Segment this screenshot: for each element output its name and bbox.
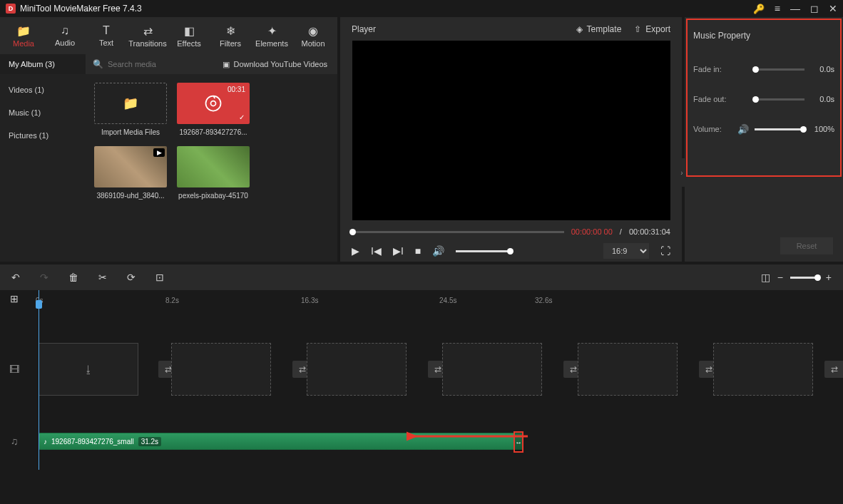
video-slot-1[interactable]: ⭳ xyxy=(39,343,138,396)
app-title: MiniTool MovieMaker Free 7.4.3 xyxy=(20,4,753,14)
key-icon[interactable]: 🔑 xyxy=(753,4,765,14)
seek-slider[interactable] xyxy=(352,231,564,233)
tab-elements[interactable]: ✦Elements xyxy=(251,17,292,54)
time-total: 00:00:31:04 xyxy=(629,227,670,236)
folder-icon: 📁 xyxy=(16,24,31,38)
property-panel-title: Music Property xyxy=(685,17,843,54)
download-icon: ⭳ xyxy=(83,364,93,375)
next-frame-button[interactable]: ▶I xyxy=(393,245,404,257)
collapse-panel-button[interactable]: › xyxy=(679,158,685,187)
aspect-ratio-select[interactable]: 16:9 xyxy=(603,243,649,259)
fadeout-label: Fade out: xyxy=(693,95,732,103)
audio-clip[interactable]: ♪ 192687-893427276_small 31.2s ↔ xyxy=(39,433,523,450)
sidebar-item-pictures[interactable]: Pictures (1) xyxy=(0,124,86,147)
video-track-icon: 🎞 xyxy=(0,364,29,375)
delete-button[interactable]: 🗑 xyxy=(68,272,78,283)
volume-icon[interactable]: 🔊 xyxy=(432,245,444,257)
playhead[interactable] xyxy=(39,290,39,470)
video-slot-3[interactable] xyxy=(307,343,407,396)
track-spacer xyxy=(0,398,843,420)
time-current: 00:00:00 00 xyxy=(571,227,613,236)
album-tab[interactable]: My Album (3) xyxy=(0,54,86,74)
tab-filters[interactable]: ❄Filters xyxy=(210,17,251,54)
tab-audio[interactable]: ♫Audio xyxy=(44,17,86,54)
search-box[interactable]: 🔍 xyxy=(86,59,223,69)
template-icon: ◈ xyxy=(576,24,583,34)
media-sidebar: Videos (1) Music (1) Pictures (1) xyxy=(0,74,86,262)
template-button[interactable]: ◈Template xyxy=(576,24,622,34)
maximize-icon[interactable]: ◻ xyxy=(810,3,819,14)
tab-media[interactable]: 📁Media xyxy=(3,17,44,54)
media-item-video[interactable]: ▶ 3869109-uhd_3840... xyxy=(94,146,167,200)
search-input[interactable] xyxy=(108,60,206,68)
fadein-value: 0.0s xyxy=(810,65,834,73)
undo-button[interactable]: ↶ xyxy=(11,272,20,283)
export-button[interactable]: ⇧Export xyxy=(634,24,670,34)
fadein-slider[interactable] xyxy=(755,68,804,71)
volume-prop-slider[interactable] xyxy=(755,128,804,130)
main-toolbar: 📁Media ♫Audio TText ⇄Transitions ◧Effect… xyxy=(0,17,337,54)
speed-button[interactable]: ⟳ xyxy=(127,272,136,283)
play-button[interactable]: ▶ xyxy=(352,245,359,257)
redo-button[interactable]: ↷ xyxy=(40,272,48,283)
camera-icon: ▶ xyxy=(153,148,165,157)
tab-motion[interactable]: ◉Motion xyxy=(292,17,334,54)
speaker-icon[interactable]: 🔊 xyxy=(737,124,749,135)
timeline-mode-icon[interactable]: ◫ xyxy=(761,272,770,283)
stop-button[interactable]: ■ xyxy=(415,245,421,257)
tab-transitions[interactable]: ⇄Transitions xyxy=(127,17,168,54)
tab-effects[interactable]: ◧Effects xyxy=(168,17,210,54)
zoom-slider[interactable] xyxy=(790,277,819,279)
music-disc-icon xyxy=(203,93,223,113)
zoom-out-button[interactable]: − xyxy=(777,272,783,283)
media-item-audio[interactable]: 00:31 ✓ 192687-893427276... xyxy=(177,83,250,136)
video-slot-4[interactable] xyxy=(442,343,542,396)
svg-point-1 xyxy=(211,101,216,106)
close-icon[interactable]: ✕ xyxy=(829,3,837,14)
youtube-icon: ▣ xyxy=(223,60,230,69)
svg-point-0 xyxy=(206,96,221,111)
add-track-button[interactable]: ⊞ xyxy=(10,293,19,304)
music-note-icon: ♫ xyxy=(61,24,69,37)
audio-clip-duration: 31.2s xyxy=(138,437,161,446)
media-item-image[interactable]: pexels-pixabay-45170 xyxy=(177,146,250,200)
timeline-ruler[interactable]: ⊞ 0s 8.2s 16.3s 24.5s 32.6s xyxy=(0,290,843,310)
reset-button[interactable]: Reset xyxy=(780,237,833,254)
minimize-icon[interactable]: — xyxy=(790,3,800,14)
transition-icon: ⇄ xyxy=(143,24,153,38)
timeline-toolbar: ↶ ↷ 🗑 ✂ ⟳ ⊡ ◫ − + xyxy=(0,264,843,290)
volume-value: 100% xyxy=(810,125,834,133)
zoom-in-button[interactable]: + xyxy=(826,272,832,283)
split-button[interactable]: ✂ xyxy=(98,272,107,283)
clip-trim-handle[interactable]: ↔ xyxy=(514,431,523,453)
fullscreen-button[interactable]: ⛶ xyxy=(660,245,670,257)
check-icon: ✓ xyxy=(236,112,247,122)
timeline: ⊞ 0s 8.2s 16.3s 24.5s 32.6s 🎞 ⭳ ⇄ ⇄ ⇄ ⇄ … xyxy=(0,290,843,470)
prev-frame-button[interactable]: I◀ xyxy=(371,245,382,257)
sidebar-item-videos[interactable]: Videos (1) xyxy=(0,78,86,101)
track-row-video: 🎞 ⭳ ⇄ ⇄ ⇄ ⇄ ⇄ ⇄ xyxy=(0,340,843,398)
text-icon: T xyxy=(103,24,110,37)
app-logo-icon: D xyxy=(6,4,16,14)
track-row-audio: ♫ ♪ 192687-893427276_small 31.2s ↔ xyxy=(0,420,843,463)
search-icon: 🔍 xyxy=(93,59,103,69)
video-preview[interactable] xyxy=(352,41,670,220)
video-slot-5[interactable] xyxy=(578,343,678,396)
fadein-label: Fade in: xyxy=(693,65,732,73)
crop-button[interactable]: ⊡ xyxy=(155,272,164,283)
volume-label: Volume: xyxy=(693,125,732,133)
download-youtube-link[interactable]: ▣ Download YouTube Videos xyxy=(223,60,338,69)
volume-slider[interactable] xyxy=(456,250,513,252)
effects-icon: ◧ xyxy=(184,24,195,38)
filters-icon: ❄ xyxy=(226,24,235,38)
tab-text[interactable]: TText xyxy=(86,17,127,54)
fadeout-slider[interactable] xyxy=(755,98,804,101)
folder-icon: 📁 xyxy=(123,96,138,111)
transition-slot-6[interactable]: ⇄ xyxy=(824,361,843,378)
menu-icon[interactable]: ≡ xyxy=(775,3,780,14)
video-slot-2[interactable] xyxy=(171,343,271,396)
sidebar-item-music[interactable]: Music (1) xyxy=(0,101,86,124)
import-media-button[interactable]: 📁 Import Media Files xyxy=(94,83,167,136)
video-slot-6[interactable] xyxy=(713,343,813,396)
audio-clip-name: 192687-893427276_small xyxy=(51,438,134,446)
